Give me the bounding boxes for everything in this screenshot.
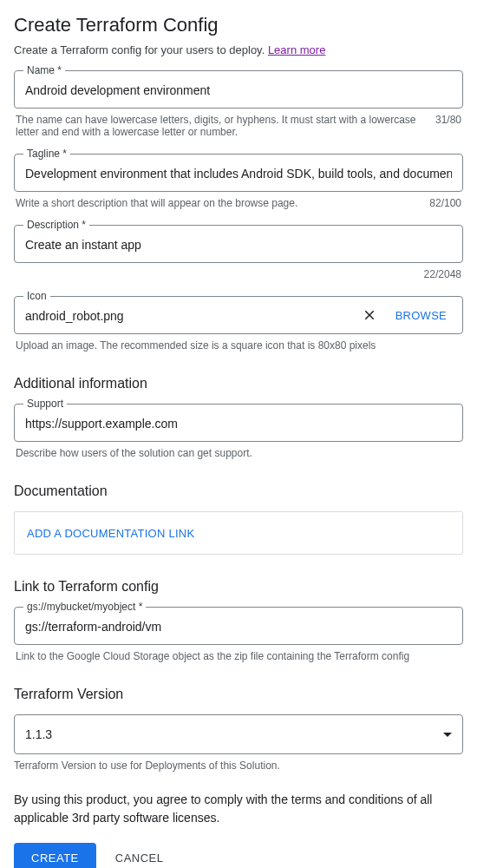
learn-more-link[interactable]: Learn more: [268, 43, 325, 56]
page-subtitle: Create a Terraform config for your users…: [14, 43, 463, 56]
additional-info-heading: Additional information: [14, 376, 463, 391]
description-label: Description *: [23, 219, 89, 231]
icon-input[interactable]: [15, 297, 354, 333]
name-input[interactable]: [15, 71, 462, 108]
close-icon[interactable]: [361, 306, 378, 324]
tf-version-heading: Terraform Version: [14, 687, 463, 702]
cancel-button[interactable]: CANCEL: [115, 852, 164, 865]
name-counter: 31/80: [435, 114, 461, 138]
documentation-box: ADD A DOCUMENTATION LINK: [14, 511, 463, 555]
tagline-input[interactable]: [15, 155, 462, 191]
version-value: 1.1.3: [25, 727, 52, 741]
tagline-label: Tagline *: [23, 148, 70, 160]
chevron-down-icon: [443, 733, 452, 737]
link-config-heading: Link to Terraform config: [14, 579, 463, 595]
support-input[interactable]: [15, 404, 462, 441]
add-documentation-link-button[interactable]: ADD A DOCUMENTATION LINK: [27, 527, 194, 540]
config-link-help: Link to the Google Cloud Storage object …: [16, 650, 461, 662]
name-label: Name *: [23, 64, 65, 76]
tagline-counter: 82/100: [429, 197, 461, 209]
agreement-text: By using this product, you agree to comp…: [14, 791, 463, 827]
version-help: Terraform Version to use for Deployments…: [14, 760, 463, 772]
config-link-label: gs://mybucket/myobject *: [23, 601, 146, 613]
icon-label: Icon: [23, 290, 50, 302]
description-counter: 22/2048: [424, 268, 461, 280]
page-title: Create Terraform Config: [14, 14, 463, 36]
support-label: Support: [23, 398, 67, 410]
config-link-input[interactable]: [15, 608, 462, 644]
tagline-help: Write a short description that will appe…: [16, 197, 419, 209]
icon-help: Upload an image. The recommended size is…: [16, 339, 461, 352]
description-input[interactable]: [15, 226, 462, 262]
browse-button[interactable]: BROWSE: [385, 302, 457, 329]
documentation-heading: Documentation: [14, 483, 463, 499]
support-help: Describe how users of the solution can g…: [16, 447, 461, 459]
name-help: The name can have lowercase letters, dig…: [16, 114, 425, 138]
create-button[interactable]: CREATE: [14, 843, 96, 868]
version-select[interactable]: 1.1.3: [14, 714, 463, 754]
